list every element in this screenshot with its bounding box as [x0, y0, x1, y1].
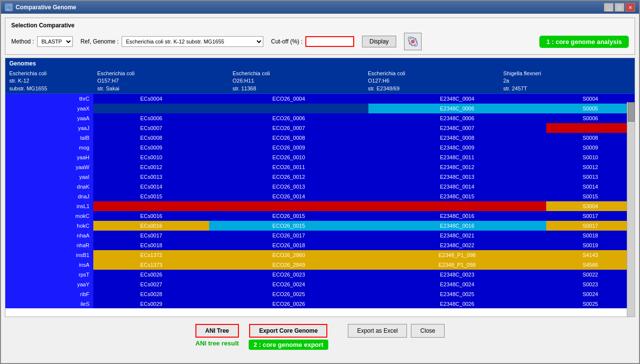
- table-row: dnaJECs0015ECO26_0014E2348C_0015S0015: [5, 192, 635, 201]
- gene-name-cell: yaaW: [5, 162, 93, 172]
- data-cell: [209, 104, 368, 113]
- data-cell: S4566: [546, 260, 635, 270]
- title-buttons: _ □ ✕: [604, 3, 635, 12]
- scrollbar-thumb[interactable]: [628, 102, 635, 122]
- data-cell: ECO26_2849: [209, 260, 368, 270]
- gene-name-cell: yaaY: [5, 279, 93, 289]
- data-cell: S0015: [546, 192, 635, 201]
- gene-name-cell: mokC: [5, 211, 93, 221]
- data-cell: ECs1372: [93, 250, 209, 260]
- gene-name-cell: insA: [5, 260, 93, 270]
- table-row: thrCECs0004ECO26_0004E2348C_0004S0004: [5, 94, 635, 104]
- data-cell: ECO26_0011: [209, 162, 368, 172]
- data-table: thrCECs0004ECO26_0004E2348C_0004S0004yaa…: [5, 94, 635, 308]
- table-row: hokCECs0016ECO26_0015E2348C_0016S0017: [5, 221, 635, 231]
- close-window-button[interactable]: ✕: [625, 3, 635, 12]
- core-annotation-container: 1 : core genome analysis: [539, 36, 629, 48]
- data-cell: ECO26_0012: [209, 172, 368, 182]
- data-cell: ECs0016: [93, 221, 209, 231]
- gene-name-cell: ileS: [5, 299, 93, 308]
- data-cell: ECs0004: [93, 94, 209, 104]
- gene-name-cell: insB1: [5, 250, 93, 260]
- table-scroll[interactable]: thrCECs0004ECO26_0004E2348C_0004S0004yaa…: [5, 94, 635, 308]
- data-cell: E2348C_0023: [368, 270, 546, 279]
- gene-name-cell: nhaR: [5, 240, 93, 250]
- data-cell: [93, 104, 209, 113]
- data-cell: E2348C_0021: [368, 231, 546, 240]
- table-row: insB1ECs1372ECO26_2860E2348_P1_098S4143: [5, 250, 635, 260]
- ref-genome-label: Ref, Genome :: [81, 38, 119, 45]
- cutoff-group: Cut-off (%) :: [271, 36, 354, 47]
- scrollbar-track[interactable]: [627, 102, 635, 317]
- data-cell: S3004: [546, 201, 635, 211]
- data-cell: ECO26_0026: [209, 299, 368, 308]
- close-button[interactable]: Close: [411, 324, 445, 338]
- data-cell: ECs0007: [93, 123, 209, 133]
- gene-name-cell: talB: [5, 133, 93, 143]
- selection-title: Selection Comparative: [11, 22, 629, 29]
- ref-genome-select[interactable]: Escherichia coli str. K-12 substr. MG165…: [122, 36, 263, 47]
- data-cell: E2348_P1_099: [368, 260, 546, 270]
- ani-tree-button[interactable]: ANI Tree: [195, 324, 239, 338]
- settings-icon: [407, 36, 419, 47]
- table-row: mokCECs0016ECO26_0015E2348C_0016S0017: [5, 211, 635, 221]
- data-cell: [209, 201, 368, 211]
- data-cell: S0023: [546, 279, 635, 289]
- maximize-button[interactable]: □: [615, 3, 624, 12]
- table-row: ileSECs0029ECO26_0026E2348C_0026S0025: [5, 299, 635, 308]
- cutoff-input[interactable]: [305, 36, 354, 47]
- gene-name-cell: dnaJ: [5, 192, 93, 201]
- gene-name-cell: rpsT: [5, 270, 93, 279]
- gene-name-cell: dnaK: [5, 182, 93, 192]
- data-cell: S0024: [546, 289, 635, 299]
- data-cell: ECO26_0015: [209, 211, 368, 221]
- export-excel-button[interactable]: Export as Excel: [348, 324, 407, 338]
- table-row: insL1S3004: [5, 201, 635, 211]
- table-row: yaaWECs0012ECO26_0011E2348C_0012S0012: [5, 162, 635, 172]
- ani-tree-group: ANI Tree ANI tree result: [195, 324, 239, 347]
- data-cell: E2348C_0014: [368, 182, 546, 192]
- data-cell: ECO26_0023: [209, 270, 368, 279]
- data-cell: S0014: [546, 182, 635, 192]
- data-cell: E2348C_0007: [368, 123, 546, 133]
- settings-icon-button[interactable]: [404, 33, 422, 50]
- table-row: nhaRECs0018ECO26_0018E2348C_0022S0019: [5, 240, 635, 250]
- export-core-group: Export Core Genome 2 : core genome expor…: [249, 324, 328, 350]
- table-row: rpsTECs0026ECO26_0023E2348C_0023S0022: [5, 270, 635, 279]
- data-cell: ECO26_0007: [209, 123, 368, 133]
- display-button[interactable]: Display: [362, 36, 396, 47]
- gene-name-cell: yaaH: [5, 152, 93, 162]
- genomes-header: Genomes: [5, 58, 635, 69]
- data-cell: ECO26_0008: [209, 133, 368, 143]
- gene-name-cell: nhaA: [5, 231, 93, 240]
- table-row: mogECs0009ECO26_0009E2348C_0009S0009: [5, 143, 635, 152]
- data-cell: E2348C_0006: [368, 113, 546, 123]
- right-buttons: Export as Excel Close: [348, 324, 445, 338]
- minimize-button[interactable]: _: [604, 3, 614, 12]
- data-cell: E2348C_0008: [368, 133, 546, 143]
- data-cell: ECs0012: [93, 162, 209, 172]
- table-row: nhaAECs0017ECO26_0017E2348C_0021S0018: [5, 231, 635, 240]
- data-cell: E2348C_0016: [368, 211, 546, 221]
- method-select[interactable]: BLASTP BLASTN: [37, 36, 73, 47]
- data-cell: ECs0008: [93, 133, 209, 143]
- data-cell: S0017: [546, 221, 635, 231]
- table-section: Genomes Escherichia coli str. K-12 subst…: [5, 58, 635, 317]
- cutoff-label: Cut-off (%) :: [271, 38, 302, 45]
- data-cell: S0019: [546, 240, 635, 250]
- data-cell: ECs0013: [93, 172, 209, 182]
- data-cell: S0012: [546, 162, 635, 172]
- data-cell: E2348C_0009: [368, 143, 546, 152]
- table-row: yaaHECs0010ECO26_0010E2348C_0011S0010: [5, 152, 635, 162]
- data-cell: E2348C_0024: [368, 279, 546, 289]
- data-cell: ECs0010: [93, 152, 209, 162]
- data-cell: ECs0014: [93, 182, 209, 192]
- data-cell: ECO26_0025: [209, 289, 368, 299]
- data-cell: S0005: [546, 104, 635, 113]
- table-row: ribFECs0028ECO26_0025E2348C_0025S0024: [5, 289, 635, 299]
- export-core-button[interactable]: Export Core Genome: [249, 324, 327, 338]
- data-cell: ECs1373: [93, 260, 209, 270]
- table-row: yaaYECs0027ECO26_0024E2348C_0024S0023: [5, 279, 635, 289]
- data-cell: ECs0006: [93, 113, 209, 123]
- data-cell: ECO26_0017: [209, 231, 368, 240]
